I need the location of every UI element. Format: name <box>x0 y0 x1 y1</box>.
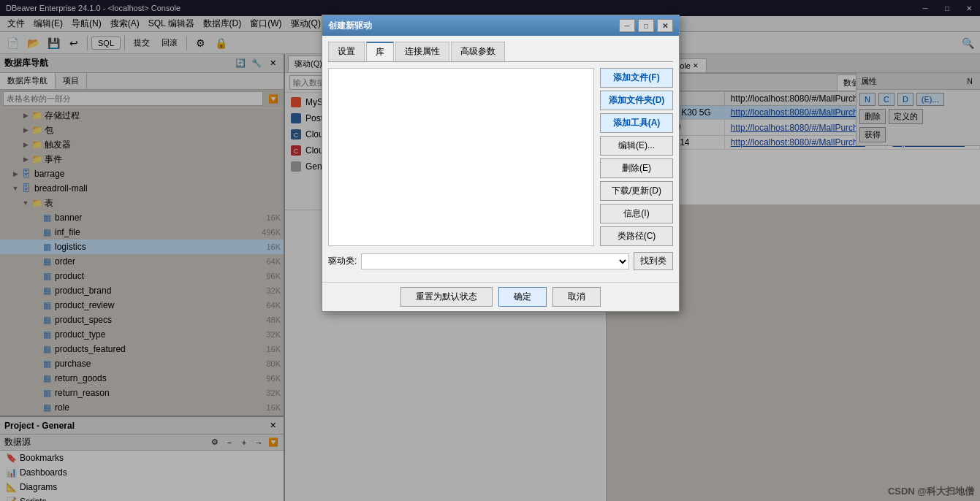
dialog-reset-btn[interactable]: 重置为默认状态 <box>400 287 493 307</box>
dialog-cancel-btn[interactable]: 取消 <box>552 287 601 307</box>
dialog-close-btn[interactable]: ✕ <box>657 19 673 32</box>
dialog-tab-library[interactable]: 库 <box>366 42 394 61</box>
dialog-ok-btn[interactable]: 确定 <box>498 287 547 307</box>
find-class-btn[interactable]: 找到类 <box>634 252 673 270</box>
btn-delete[interactable]: 删除(E) <box>600 158 673 178</box>
btn-edit[interactable]: 编辑(E)... <box>600 136 673 156</box>
dialog-controls: ─ □ ✕ <box>619 19 673 32</box>
btn-class-path[interactable]: 类路径(C) <box>600 226 673 246</box>
dialog-title: 创建新驱动 <box>328 20 619 32</box>
dialog-tab-settings[interactable]: 设置 <box>328 42 365 61</box>
dialog-content: 设置 库 连接属性 高级参数 添加文件(F) 添加文件夹(D) 添加工具(A) … <box>322 36 679 276</box>
dialog-minimize-btn[interactable]: ─ <box>619 19 635 32</box>
dialog-footer: 重置为默认状态 确定 取消 <box>322 282 679 311</box>
dialog-tab-conn-props[interactable]: 连接属性 <box>395 42 449 61</box>
dialog-maximize-btn[interactable]: □ <box>638 19 654 32</box>
btn-add-file[interactable]: 添加文件(F) <box>600 68 673 88</box>
driver-class-select[interactable] <box>361 253 629 269</box>
btn-add-tool[interactable]: 添加工具(A) <box>600 113 673 133</box>
btn-add-folder[interactable]: 添加文件夹(D) <box>600 91 673 110</box>
create-driver-dialog: 创建新驱动 ─ □ ✕ 设置 库 连接属性 高级参数 <box>322 15 680 312</box>
dialog-library-list <box>328 68 594 246</box>
btn-download[interactable]: 下载/更新(D) <box>600 181 673 201</box>
dialog-action-buttons: 添加文件(F) 添加文件夹(D) 添加工具(A) 编辑(E)... 删除(E) … <box>600 68 673 246</box>
dialog-body: 添加文件(F) 添加文件夹(D) 添加工具(A) 编辑(E)... 删除(E) … <box>328 68 673 246</box>
driver-class-row: 驱动类: 找到类 <box>328 252 673 270</box>
dialog-titlebar: 创建新驱动 ─ □ ✕ <box>322 15 679 36</box>
dialog-tab-bar: 设置 库 连接属性 高级参数 <box>328 42 673 62</box>
driver-class-label: 驱动类: <box>328 255 357 267</box>
modal-overlay: 创建新驱动 ─ □ ✕ 设置 库 连接属性 高级参数 <box>0 0 980 501</box>
dialog-tab-advanced[interactable]: 高级参数 <box>451 42 505 61</box>
btn-info[interactable]: 信息(I) <box>600 204 673 223</box>
